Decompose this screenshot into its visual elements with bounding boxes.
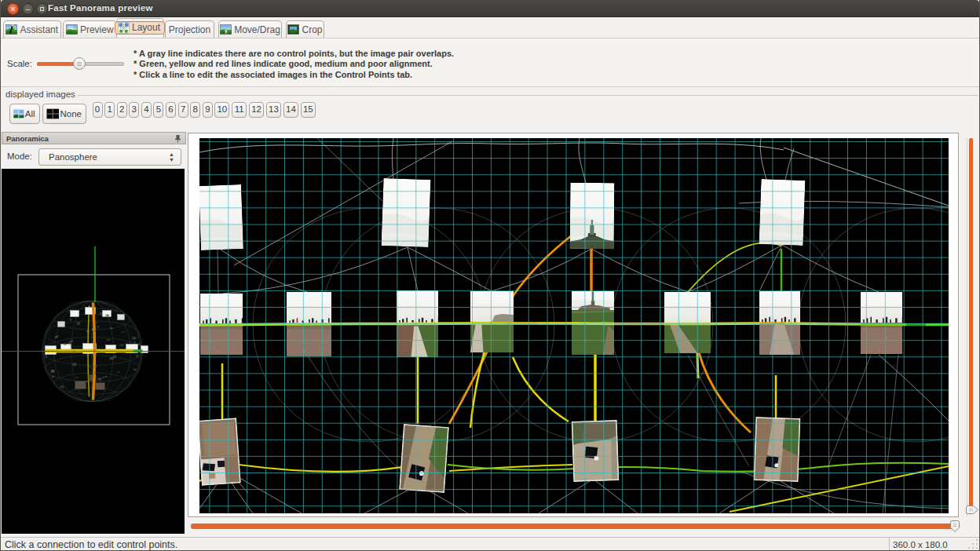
- svg-text:GL: GL: [68, 25, 75, 30]
